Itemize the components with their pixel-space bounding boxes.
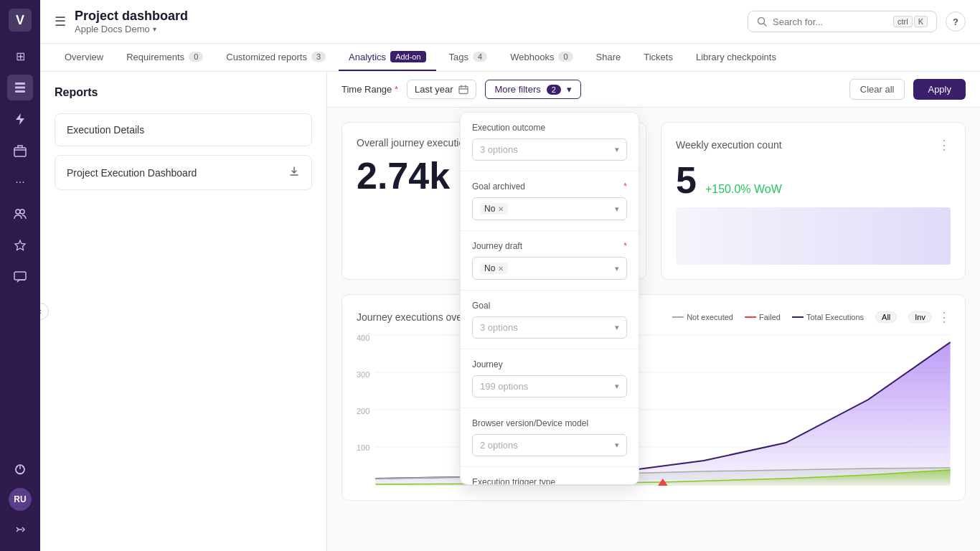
chevron-down-icon: ▾ bbox=[615, 323, 619, 332]
sidebar: V ⊞ ··· RU bbox=[0, 0, 40, 551]
card-weekly-wow: +150.0% WoW bbox=[705, 183, 782, 196]
tab-overview[interactable]: Overview bbox=[55, 44, 113, 71]
tab-share[interactable]: Share bbox=[586, 44, 631, 71]
sidebar-icon-expand[interactable] bbox=[7, 517, 33, 542]
more-filters-label: More filters bbox=[494, 84, 540, 95]
report-execution-details[interactable]: Execution Details bbox=[55, 113, 312, 146]
filter-group-browser-version: Browser version/Device model 2 options ▾ bbox=[461, 408, 639, 467]
chart-y-axis: 400 300 200 100 bbox=[357, 328, 369, 486]
filter-select-journey[interactable]: 199 options ▾ bbox=[472, 375, 627, 397]
app-logo[interactable]: V bbox=[9, 9, 32, 32]
search-icon bbox=[757, 17, 767, 27]
sidebar-icon-package[interactable] bbox=[7, 138, 33, 164]
chart-legend: Not executed Failed Total Executions All bbox=[672, 311, 932, 323]
card-journey-menu-icon[interactable]: ⋮ bbox=[938, 309, 951, 325]
time-range-select[interactable]: Last year bbox=[407, 80, 476, 99]
filter-group-journey-draft: Journey draft * No ✕ ▾ bbox=[461, 231, 639, 291]
tab-tickets[interactable]: Tickets bbox=[633, 44, 683, 71]
chevron-down-icon: ▾ bbox=[615, 145, 619, 154]
apply-button[interactable]: Apply bbox=[913, 79, 966, 100]
tab-tags[interactable]: Tags 4 bbox=[439, 44, 498, 71]
filter-label-goal-archived: Goal archived * bbox=[472, 182, 627, 192]
header-title-area: Project dashboard Apple Docs Demo ▾ bbox=[75, 9, 739, 34]
filter-group-journey: Journey 199 options ▾ bbox=[461, 349, 639, 408]
filter-count-badge: 2 bbox=[547, 85, 561, 95]
legend-inv-badge[interactable]: Inv bbox=[908, 311, 932, 323]
filter-label-execution-outcome: Execution outcome bbox=[472, 123, 627, 133]
sidebar-icon-list[interactable] bbox=[7, 75, 33, 100]
search-bar[interactable]: ctrl K bbox=[748, 11, 937, 32]
dashboard: Overall journey execution count 2.74k We… bbox=[327, 108, 980, 551]
sidebar-icon-more[interactable]: ··· bbox=[7, 169, 33, 195]
filter-group-goal-archived: Goal archived * No ✕ ▾ bbox=[461, 171, 639, 231]
filter-label-execution-trigger: Execution trigger type bbox=[472, 477, 627, 485]
tab-analytics[interactable]: Analytics Add-on bbox=[339, 44, 436, 71]
chevron-down-icon: ▾ bbox=[615, 204, 619, 214]
svg-rect-9 bbox=[459, 86, 468, 93]
filter-group-execution-outcome: Execution outcome 3 options ▾ bbox=[461, 113, 639, 171]
time-range-value: Last year bbox=[415, 84, 453, 95]
card-journey-executions: Journey executions over time Not execute… bbox=[341, 294, 966, 501]
tab-library-checkpoints[interactable]: Library checkpoints bbox=[686, 44, 786, 71]
filter-label-journey: Journey bbox=[472, 359, 627, 369]
header-menu-icon[interactable]: ☰ bbox=[55, 14, 66, 29]
subtitle-chevron-icon: ▾ bbox=[153, 25, 156, 33]
filter-select-journey-draft[interactable]: No ✕ ▾ bbox=[472, 257, 627, 280]
card-weekly-execution-count: Weekly execution count ⋮ 5 +150.0% WoW bbox=[661, 122, 966, 280]
remove-tag-journey-draft[interactable]: ✕ bbox=[498, 265, 504, 273]
svg-point-5 bbox=[20, 209, 24, 214]
download-icon[interactable] bbox=[288, 166, 300, 179]
search-input[interactable] bbox=[773, 17, 887, 27]
weekly-chart bbox=[676, 207, 951, 265]
project-subtitle[interactable]: Apple Docs Demo ▾ bbox=[75, 24, 739, 34]
tabs-bar: Overview Requirements 0 Customized repor… bbox=[40, 44, 980, 72]
sidebar-icon-star[interactable] bbox=[7, 232, 33, 258]
help-icon[interactable]: ? bbox=[946, 11, 966, 32]
card-weekly-menu-icon[interactable]: ⋮ bbox=[938, 137, 951, 153]
tab-requirements[interactable]: Requirements 0 bbox=[116, 44, 213, 71]
tab-webhooks[interactable]: Webhooks 0 bbox=[500, 44, 583, 71]
svg-rect-3 bbox=[14, 148, 26, 156]
sidebar-icon-power[interactable] bbox=[7, 456, 33, 482]
chevron-down-icon: ▾ bbox=[615, 382, 619, 391]
user-avatar[interactable]: RU bbox=[9, 488, 32, 511]
chevron-down-icon: ▾ bbox=[615, 441, 619, 450]
content-area: ‹ Reports Execution Details Project Exec… bbox=[40, 72, 980, 551]
reports-panel: ‹ Reports Execution Details Project Exec… bbox=[40, 72, 327, 551]
dashboard-grid: Overall journey execution count 2.74k We… bbox=[341, 122, 966, 501]
filter-label-browser-version: Browser version/Device model bbox=[472, 418, 627, 428]
filter-select-browser-version[interactable]: 2 options ▾ bbox=[472, 434, 627, 456]
svg-rect-1 bbox=[15, 87, 25, 89]
report-project-execution-dashboard[interactable]: Project Execution Dashboard bbox=[55, 155, 312, 190]
tab-customized-reports[interactable]: Customized reports 3 bbox=[216, 44, 336, 71]
filter-select-goal[interactable]: 3 options ▾ bbox=[472, 316, 627, 339]
collapse-panel-button[interactable]: ‹ bbox=[40, 303, 49, 320]
filter-group-goal: Goal 3 options ▾ bbox=[461, 291, 639, 349]
sidebar-icon-chat[interactable] bbox=[7, 264, 33, 290]
more-filters-button[interactable]: More filters 2 ▾ bbox=[485, 80, 580, 99]
sidebar-icon-grid[interactable]: ⊞ bbox=[7, 43, 33, 69]
svg-rect-2 bbox=[15, 90, 25, 93]
sidebar-icon-users[interactable] bbox=[7, 201, 33, 227]
clear-all-button[interactable]: Clear all bbox=[849, 79, 905, 100]
remove-tag-goal-archived[interactable]: ✕ bbox=[498, 205, 504, 213]
svg-rect-0 bbox=[15, 83, 25, 85]
page-title: Project dashboard bbox=[75, 9, 739, 24]
time-range-label: Time Range * bbox=[341, 84, 398, 95]
legend-all-badge[interactable]: All bbox=[875, 311, 897, 323]
filter-tag-goal-archived-no: No ✕ bbox=[480, 203, 508, 215]
calendar-icon bbox=[458, 85, 468, 95]
filter-label-journey-draft: Journey draft * bbox=[472, 241, 627, 251]
sidebar-icon-lightning[interactable] bbox=[7, 106, 33, 132]
filter-bar: Time Range * Last year More filters 2 ▾ … bbox=[327, 72, 980, 108]
card-weekly-title: Weekly execution count bbox=[676, 139, 782, 151]
reports-panel-header: Reports bbox=[55, 86, 312, 99]
card-weekly-big-number: 5 bbox=[676, 161, 697, 199]
svg-rect-6 bbox=[14, 272, 26, 280]
filter-select-execution-outcome[interactable]: 3 options ▾ bbox=[472, 138, 627, 161]
filter-select-goal-archived[interactable]: No ✕ ▾ bbox=[472, 197, 627, 220]
header: ☰ Project dashboard Apple Docs Demo ▾ ct… bbox=[40, 0, 980, 44]
legend-total: Total Executions bbox=[792, 313, 864, 321]
filter-tag-journey-draft-no: No ✕ bbox=[480, 263, 508, 274]
chevron-down-icon: ▾ bbox=[615, 264, 619, 273]
